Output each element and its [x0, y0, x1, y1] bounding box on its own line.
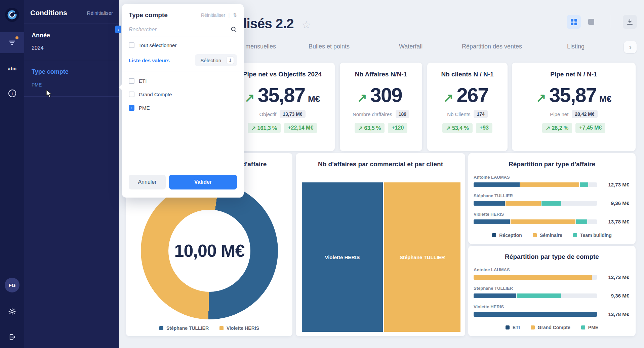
bar-chart-card: Nb d'affaires par commercial et par clie… [296, 153, 465, 336]
bar-segment [520, 182, 579, 187]
stack-row-name: Antoine LAUMAS [474, 267, 629, 272]
legend-item[interactable]: Violette HERIS [219, 325, 259, 331]
chart-title: Nb d'affaires par commercial et par clie… [296, 161, 465, 168]
tab-bulles-et-points[interactable]: Bulles et points [309, 43, 350, 50]
tab-repartition-des-ventes[interactable]: Répartition des ventes [462, 43, 522, 50]
stack-row-value: 9,36 M€ [601, 200, 629, 206]
grid-view-button[interactable] [567, 15, 581, 29]
selection-label: Sélection [200, 58, 221, 63]
bar-segment [506, 201, 541, 206]
legend-label: Séminaire [540, 233, 562, 238]
confirm-button[interactable]: Valider [169, 175, 237, 189]
panel-collapse-button[interactable]: ‹ [115, 26, 121, 33]
favorite-star-icon[interactable]: ☆ [302, 19, 311, 31]
legend-item[interactable]: PME [581, 325, 598, 330]
filter-label: Type compte [32, 68, 112, 75]
user-avatar[interactable]: FG [0, 277, 24, 293]
kpi-value: 267 [457, 83, 488, 107]
bar-label: Violette HERIS [325, 254, 360, 260]
donut-legend: Stéphane TULLIERViolette HERIS [126, 325, 292, 331]
stacked-bar [474, 293, 597, 298]
tabs-next-button[interactable]: › [624, 41, 637, 53]
stack-row-name: Antoine LAUMAS [474, 175, 629, 180]
select-all-checkbox[interactable] [129, 42, 134, 48]
sidebar-item-abc[interactable]: abc [0, 60, 24, 77]
bar-segment [580, 182, 589, 187]
stack-row: Antoine LAUMAS12,73 M€ [474, 175, 629, 187]
stack-row: Stéphane TULLIER9,36 M€ [474, 193, 629, 206]
legend-item[interactable]: Grand Compte [531, 325, 570, 330]
pct-badge: ↗ 26,2 % [542, 123, 572, 133]
option-checkbox[interactable] [129, 92, 134, 97]
legend-item[interactable]: Stéphane TULLIER [159, 325, 209, 331]
sidebar-item-filters[interactable] [0, 32, 24, 53]
sidebar-item-info[interactable]: i [0, 85, 24, 102]
stack-row-value: 13,78 M€ [601, 219, 629, 224]
filter-section-type-compte[interactable]: Type compte PME [24, 60, 119, 97]
filter-value: PME [32, 82, 112, 88]
download-button[interactable] [623, 15, 637, 29]
legend-item[interactable]: ETI [506, 325, 520, 330]
kpi-card-nb-affaires: Nb Affaires N/N-1 ↗ 309 Nombre d'affaire… [340, 63, 422, 151]
stack-row: Violette HERIS13,78 M€ [474, 304, 629, 317]
stack-row-name: Stéphane TULLIER [474, 286, 629, 291]
stack-row-value: 13,78 M€ [601, 311, 629, 317]
chart-title: Répartition par type d'affaire [468, 161, 636, 168]
popup-reset-button[interactable]: Réinitialiser [201, 12, 225, 18]
filter-label: Année [32, 32, 112, 39]
bar-segment [474, 182, 520, 187]
trend-up-icon: ↗ [357, 91, 367, 105]
conditions-title: Conditions [30, 9, 67, 17]
stacked-bar [474, 182, 597, 187]
legend-swatch [506, 325, 510, 329]
trend-up-icon: ↗ [536, 91, 546, 105]
sidebar-item-logout[interactable] [0, 328, 24, 345]
option-label: Grand Compte [139, 92, 172, 97]
kpi-unit: M€ [308, 94, 320, 104]
pct-badge: ↗ 63,5 % [355, 123, 385, 133]
legend-item[interactable]: Team building [573, 233, 612, 238]
option-eti[interactable]: ETI [129, 74, 237, 88]
legend-item[interactable]: Réception [492, 233, 522, 238]
card-view-button[interactable] [584, 15, 598, 29]
stack-row-name: Violette HERIS [474, 304, 629, 309]
stack-row-value: 12,73 M€ [601, 274, 629, 280]
trend-up-icon: ↗ [443, 91, 453, 105]
cancel-button[interactable]: Annuler [129, 175, 166, 189]
search-input[interactable] [129, 27, 231, 33]
filter-section-annee[interactable]: Année 2024 [24, 24, 119, 60]
legend-swatch [573, 233, 577, 237]
option-grand-compte[interactable]: Grand Compte [129, 88, 237, 101]
stacked-legend: RéceptionSéminaireTeam building [468, 233, 636, 238]
option-pme[interactable]: ✓ PME [129, 101, 237, 114]
app-logo[interactable] [0, 6, 24, 24]
tab-waterfall[interactable]: Waterfall [399, 43, 422, 50]
legend-label: PME [588, 325, 598, 330]
sidebar-item-settings[interactable] [0, 303, 24, 320]
popup-title: Type compte [129, 11, 201, 19]
sort-icon[interactable]: ⇅ [233, 12, 237, 18]
tab-selection[interactable]: Sélection 1 [195, 54, 237, 66]
legend-swatch [219, 326, 224, 330]
tab-listing[interactable]: Listing [567, 43, 585, 50]
logout-icon [8, 333, 16, 341]
kpi-sub-label: Objectif [259, 111, 276, 117]
legend-swatch [533, 233, 537, 237]
kpi-sub-label: Nb Clients [447, 111, 470, 117]
legend-item[interactable]: Séminaire [533, 233, 562, 238]
select-all-row[interactable]: Tout sélectionner [122, 36, 244, 51]
options-list: ETI Grand Compte ✓ PME [122, 71, 244, 114]
option-checkbox[interactable]: ✓ [129, 105, 134, 111]
stacked-rows: Antoine LAUMAS12,73 M€Stéphane TULLIER9,… [474, 175, 629, 224]
bar-segment [576, 219, 587, 224]
kpi-title: Pipe net N / N-1 [550, 71, 597, 78]
stacked-chart-card-type-affaire: Répartition par type d'affaire Antoine L… [468, 153, 636, 244]
gear-icon [8, 307, 16, 315]
stack-row: Antoine LAUMAS12,73 M€ [474, 267, 629, 280]
option-checkbox[interactable] [129, 78, 134, 84]
donut-hole: 10,00 M€ [168, 210, 250, 292]
select-all-label: Tout sélectionner [138, 42, 176, 48]
bar-label: Stéphane TULLIER [400, 254, 445, 260]
conditions-reset-button[interactable]: Réinitialiser [87, 10, 113, 16]
tab-liste-des-valeurs[interactable]: Liste des valeurs [129, 58, 170, 63]
